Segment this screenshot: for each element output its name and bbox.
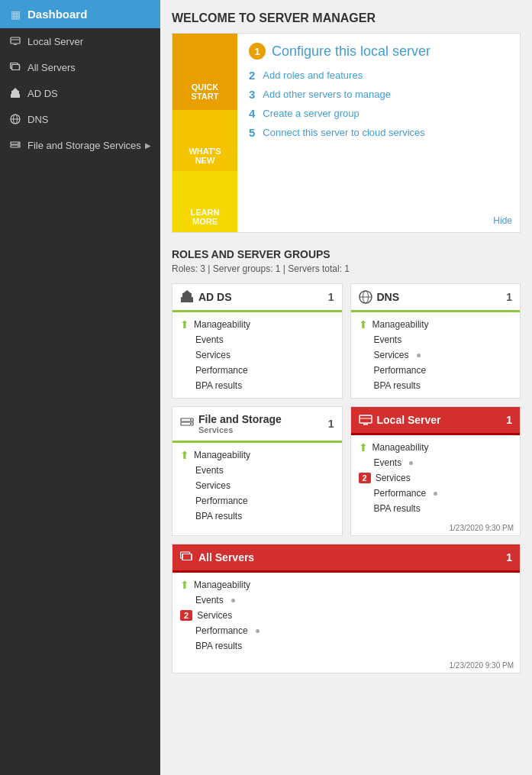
dns-manageability[interactable]: ⬆ Manageability bbox=[351, 317, 521, 332]
localserver-performance-dot bbox=[434, 492, 437, 496]
welcome-card: QUICK START WHAT'S NEW LEARN MORE 1 Conf… bbox=[172, 33, 521, 233]
allservers-manageability[interactable]: ⬆ Manageability bbox=[172, 577, 520, 593]
svg-point-25 bbox=[190, 423, 192, 425]
svg-marker-8 bbox=[12, 88, 18, 91]
sidebar-item-all-servers[interactable]: All Servers bbox=[0, 54, 160, 80]
svg-point-14 bbox=[18, 143, 19, 144]
welcome-main: 1 Configure this local server 2 Add role… bbox=[237, 34, 520, 232]
dashboard-icon: ▦ bbox=[9, 8, 21, 21]
learn-more-panel[interactable]: LEARN MORE bbox=[172, 171, 237, 232]
roles-subtitle: Roles: 3 | Server groups: 1 | Servers to… bbox=[172, 263, 521, 274]
localserver-manageability-icon: ⬆ bbox=[359, 442, 368, 453]
svg-marker-18 bbox=[183, 290, 191, 293]
step-5: 5 Connect this server to cloud services bbox=[249, 126, 508, 139]
localserver-events[interactable]: Events bbox=[351, 455, 521, 470]
svg-rect-16 bbox=[181, 297, 193, 302]
dns-performance[interactable]: Performance bbox=[351, 363, 521, 378]
dns-title: DNS bbox=[359, 290, 400, 304]
adds-performance[interactable]: Performance bbox=[172, 363, 342, 378]
localserver-services[interactable]: 2 Services bbox=[351, 470, 521, 486]
sidebar-dashboard-label: Dashboard bbox=[27, 8, 87, 21]
step-5-link[interactable]: Connect this server to cloud services bbox=[263, 127, 424, 138]
step-3-link[interactable]: Add other servers to manage bbox=[263, 89, 391, 100]
dns-bpa[interactable]: BPA results bbox=[351, 378, 521, 393]
adds-manageability-icon: ⬆ bbox=[180, 319, 189, 330]
localserver-bpa[interactable]: BPA results bbox=[351, 501, 521, 516]
filestorage-services[interactable]: Services bbox=[172, 478, 342, 493]
welcome-sidebar: QUICK START WHAT'S NEW LEARN MORE bbox=[172, 34, 237, 232]
sidebar-dashboard-item[interactable]: ▦ Dashboard bbox=[0, 0, 160, 28]
sidebar-item-dns[interactable]: DNS bbox=[0, 106, 160, 132]
file-storage-icon bbox=[9, 139, 21, 151]
allservers-performance[interactable]: Performance bbox=[172, 623, 520, 638]
step-3-num: 3 bbox=[249, 88, 255, 101]
step-2-num: 2 bbox=[249, 69, 255, 82]
localserver-title: Local Server bbox=[359, 413, 441, 427]
allservers-timestamp: 1/23/2020 9:30 PM bbox=[172, 658, 520, 673]
filestorage-bpa[interactable]: BPA results bbox=[172, 509, 342, 524]
svg-rect-0 bbox=[11, 37, 20, 44]
localserver-count: 1 bbox=[506, 414, 512, 426]
svg-rect-17 bbox=[182, 293, 192, 297]
allservers-title: All Servers bbox=[180, 551, 254, 564]
localserver-card: Local Server 1 ⬆ Manageability Events 2 … bbox=[350, 406, 521, 536]
adds-manageability[interactable]: ⬆ Manageability bbox=[172, 317, 342, 332]
filestorage-title: File and Storage Services bbox=[180, 413, 282, 434]
adds-title: AD DS bbox=[180, 290, 232, 304]
roles-title: ROLES AND SERVER GROUPS bbox=[172, 248, 521, 260]
filestorage-manageability[interactable]: ⬆ Manageability bbox=[172, 447, 342, 463]
sidebar-item-local-server[interactable]: Local Server bbox=[0, 28, 160, 54]
filestorage-events[interactable]: Events bbox=[172, 463, 342, 478]
localserver-performance[interactable]: Performance bbox=[351, 486, 521, 501]
localserver-services-badge: 2 bbox=[359, 473, 371, 483]
step-4: 4 Create a server group bbox=[249, 107, 508, 120]
configure-title: 1 Configure this local server bbox=[249, 43, 508, 60]
localserver-manageability[interactable]: ⬆ Manageability bbox=[351, 440, 521, 455]
dns-label: DNS bbox=[27, 114, 48, 125]
dns-card-header[interactable]: DNS 1 bbox=[351, 284, 521, 312]
svg-rect-7 bbox=[11, 91, 19, 94]
dns-events[interactable]: Events bbox=[351, 332, 521, 347]
quick-start-panel[interactable]: QUICK START bbox=[172, 34, 237, 110]
ad-ds-label: AD DS bbox=[27, 88, 58, 99]
filestorage-manageability-icon: ⬆ bbox=[180, 450, 189, 460]
adds-card-header[interactable]: AD DS 1 bbox=[172, 284, 342, 312]
filestorage-card-header[interactable]: File and Storage Services 1 bbox=[172, 407, 342, 443]
dns-services-dot bbox=[417, 354, 421, 357]
ad-ds-icon bbox=[9, 87, 21, 99]
step-5-num: 5 bbox=[249, 126, 255, 139]
all-servers-label: All Servers bbox=[27, 62, 76, 73]
dns-body: ⬆ Manageability Events Services Performa… bbox=[351, 312, 521, 398]
sidebar-item-ad-ds[interactable]: AD DS bbox=[0, 80, 160, 106]
adds-services[interactable]: Services bbox=[172, 347, 342, 363]
adds-bpa[interactable]: BPA results bbox=[172, 378, 342, 393]
allservers-events[interactable]: Events bbox=[172, 593, 520, 608]
allservers-events-dot bbox=[231, 599, 235, 602]
all-servers-icon bbox=[9, 61, 21, 73]
whats-new-panel[interactable]: WHAT'S NEW bbox=[172, 110, 237, 171]
adds-body: ⬆ Manageability Events Services Performa… bbox=[172, 312, 342, 398]
welcome-title: WELCOME TO SERVER MANAGER bbox=[172, 11, 521, 25]
allservers-manageability-icon: ⬆ bbox=[180, 580, 189, 590]
dns-manageability-icon: ⬆ bbox=[359, 319, 368, 330]
svg-rect-26 bbox=[360, 415, 372, 423]
local-server-icon bbox=[9, 35, 21, 47]
step-1-circle: 1 bbox=[249, 43, 266, 60]
localserver-card-header[interactable]: Local Server 1 bbox=[351, 407, 521, 435]
allservers-body: ⬆ Manageability Events 2 Services Perfor… bbox=[172, 573, 520, 658]
allservers-performance-dot bbox=[256, 629, 260, 633]
localserver-timestamp: 1/23/2020 9:30 PM bbox=[351, 521, 521, 535]
hide-link[interactable]: Hide bbox=[493, 215, 512, 226]
dns-icon bbox=[9, 113, 21, 125]
filestorage-performance[interactable]: Performance bbox=[172, 493, 342, 509]
allservers-bpa[interactable]: BPA results bbox=[172, 638, 520, 654]
dns-count: 1 bbox=[506, 291, 512, 303]
step-2-link[interactable]: Add roles and features bbox=[263, 69, 363, 81]
adds-events[interactable]: Events bbox=[172, 332, 342, 347]
allservers-card-header[interactable]: All Servers 1 bbox=[172, 544, 520, 573]
dns-card: DNS 1 ⬆ Manageability Events Services Pe… bbox=[350, 283, 521, 399]
step-4-link[interactable]: Create a server group bbox=[263, 108, 359, 119]
dns-services[interactable]: Services bbox=[351, 347, 521, 363]
allservers-services[interactable]: 2 Services bbox=[172, 608, 520, 623]
sidebar-item-file-storage[interactable]: File and Storage Services ▶ bbox=[0, 132, 160, 158]
